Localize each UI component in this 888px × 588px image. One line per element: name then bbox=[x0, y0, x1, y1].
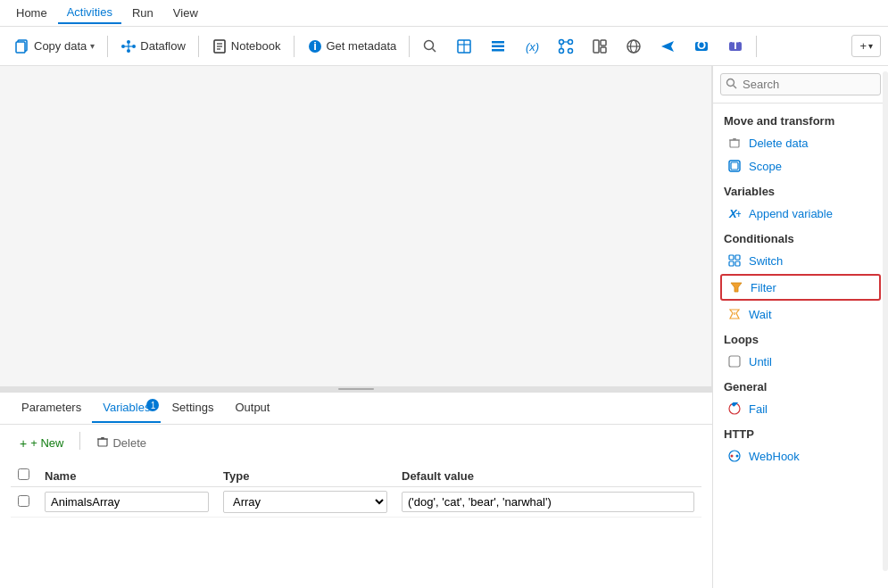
svg-line-44 bbox=[734, 85, 737, 88]
panel-item-append-variable[interactable]: X+ Append variable bbox=[713, 202, 888, 225]
type-select[interactable]: Array String Integer Float Boolean Objec… bbox=[223, 491, 387, 513]
svg-rect-21 bbox=[492, 49, 504, 52]
webhook-panel-icon bbox=[727, 449, 742, 463]
svg-rect-59 bbox=[729, 356, 740, 367]
table-icon bbox=[456, 38, 472, 54]
notebook-label: Notebook bbox=[231, 39, 281, 53]
svg-rect-20 bbox=[492, 45, 504, 47]
panel-item-filter[interactable]: Filter bbox=[722, 276, 879, 299]
toolbar-divider-1 bbox=[107, 36, 108, 57]
wait-panel-icon bbox=[727, 307, 742, 321]
search-toolbar-button[interactable] bbox=[415, 35, 445, 58]
row-checkbox[interactable] bbox=[18, 495, 29, 507]
svg-point-2 bbox=[121, 45, 125, 48]
canvas[interactable] bbox=[0, 66, 712, 392]
main-area: Parameters Variables 1 Settings Output + bbox=[0, 66, 888, 588]
append-variable-label: Append variable bbox=[749, 207, 833, 220]
menu-home[interactable]: Home bbox=[7, 3, 56, 23]
row-type-cell: Array String Integer Float Boolean Objec… bbox=[216, 487, 394, 518]
col-header-default: Default value bbox=[394, 465, 701, 487]
until-panel-icon bbox=[727, 354, 742, 369]
dataflow-button[interactable]: Dataflow bbox=[113, 35, 193, 58]
delete-data-label: Delete data bbox=[749, 137, 809, 150]
right-panel-scrollbar[interactable] bbox=[883, 71, 888, 571]
svg-point-64 bbox=[736, 455, 739, 458]
svg-point-14 bbox=[425, 40, 434, 49]
until-label: Until bbox=[749, 355, 772, 369]
tab-settings[interactable]: Settings bbox=[161, 393, 224, 423]
name-input[interactable] bbox=[45, 492, 209, 512]
webhook-label: WebHook bbox=[749, 450, 800, 463]
col-header-check bbox=[11, 465, 37, 487]
add-more-button[interactable]: + ▾ bbox=[851, 35, 881, 57]
arrow-icon-button[interactable] bbox=[652, 35, 683, 58]
variables-tab-content: + + New Delete bbox=[0, 425, 712, 588]
filter-panel-icon bbox=[729, 280, 743, 294]
svg-point-43 bbox=[727, 79, 734, 86]
delete-variable-button[interactable]: Delete bbox=[87, 432, 155, 454]
teams-icon-button[interactable]: T bbox=[720, 35, 751, 58]
svg-rect-55 bbox=[735, 261, 740, 266]
layout-icon bbox=[592, 38, 608, 54]
list-icon-button[interactable] bbox=[483, 35, 513, 58]
svg-text:T: T bbox=[732, 38, 739, 52]
table-icon-button[interactable] bbox=[449, 35, 479, 58]
svg-marker-35 bbox=[661, 41, 674, 52]
globe-icon-button[interactable] bbox=[618, 35, 649, 58]
col-header-name: Name bbox=[37, 465, 216, 487]
switch-panel-icon bbox=[727, 253, 742, 268]
notebook-button[interactable]: Notebook bbox=[204, 35, 288, 58]
menu-run[interactable]: Run bbox=[123, 3, 162, 23]
panel-item-delete-data[interactable]: Delete data bbox=[713, 131, 888, 154]
outlook-icon-button[interactable]: O bbox=[686, 35, 717, 58]
tab-output[interactable]: Output bbox=[224, 393, 280, 423]
panel-item-scope[interactable]: Scope bbox=[713, 154, 888, 178]
table-row: Array String Integer Float Boolean Objec… bbox=[11, 487, 701, 518]
new-label: + New bbox=[30, 436, 63, 450]
dataflow-icon bbox=[120, 38, 137, 54]
variables-badge: 1 bbox=[146, 399, 159, 411]
svg-point-3 bbox=[127, 40, 130, 44]
panel-item-webhook[interactable]: WebHook bbox=[713, 444, 888, 468]
copy-data-button[interactable]: Copy data ▾ bbox=[7, 35, 102, 58]
svg-point-23 bbox=[560, 39, 564, 44]
svg-rect-49 bbox=[731, 162, 738, 170]
menu-view[interactable]: View bbox=[164, 3, 207, 23]
section-general: General bbox=[713, 373, 888, 397]
menu-activities[interactable]: Activities bbox=[58, 2, 121, 24]
svg-rect-45 bbox=[730, 140, 739, 147]
panel-content: Move and transform Delete data Scope Var… bbox=[713, 104, 888, 588]
plus-icon: + bbox=[859, 39, 867, 53]
search-input[interactable] bbox=[720, 73, 881, 95]
connect-icon-button[interactable] bbox=[551, 35, 581, 58]
col-header-type: Type bbox=[216, 465, 394, 487]
tab-variables[interactable]: Variables 1 bbox=[92, 393, 161, 423]
panel-item-switch[interactable]: Switch bbox=[713, 249, 888, 272]
copy-data-icon bbox=[14, 38, 30, 54]
delete-label: Delete bbox=[112, 436, 146, 450]
variables-toolbar: + + New Delete bbox=[11, 432, 701, 454]
bottom-panel: Parameters Variables 1 Settings Output + bbox=[0, 392, 712, 588]
default-value-input[interactable] bbox=[402, 492, 694, 512]
layout-icon-button[interactable] bbox=[585, 35, 615, 58]
expression-icon-button[interactable]: (x) bbox=[517, 35, 547, 58]
notebook-icon bbox=[212, 38, 228, 54]
svg-text:i: i bbox=[313, 39, 317, 53]
toolbar-divider-3 bbox=[294, 36, 295, 57]
plus-new-icon: + bbox=[20, 436, 27, 451]
panel-item-until[interactable]: Until bbox=[713, 350, 888, 373]
resize-handle[interactable] bbox=[0, 386, 711, 392]
svg-point-26 bbox=[568, 48, 573, 53]
panel-item-wait[interactable]: Wait bbox=[713, 302, 888, 326]
panel-item-fail[interactable]: Fail bbox=[713, 397, 888, 420]
globe-icon bbox=[626, 38, 642, 54]
new-variable-button[interactable]: + + New bbox=[11, 432, 72, 454]
menu-bar: Home Activities Run View bbox=[0, 0, 888, 27]
tabs-bar: Parameters Variables 1 Settings Output bbox=[0, 393, 712, 425]
toolbar-divider-2 bbox=[198, 36, 199, 57]
get-metadata-button[interactable]: i Get metadata bbox=[300, 35, 404, 58]
arrow-icon bbox=[660, 38, 676, 54]
tab-parameters[interactable]: Parameters bbox=[11, 393, 92, 423]
trash-panel-icon bbox=[727, 136, 742, 150]
select-all-checkbox[interactable] bbox=[18, 468, 29, 480]
